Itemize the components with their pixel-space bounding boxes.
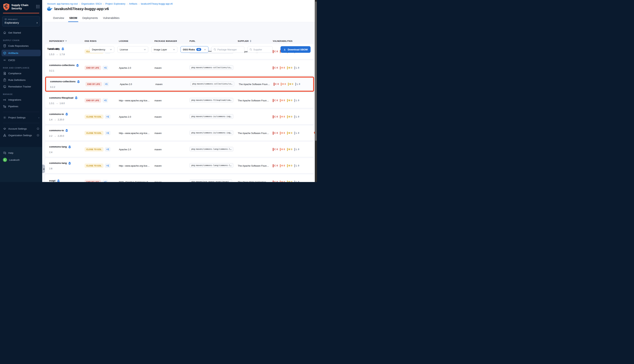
column-header-supplier[interactable]: SUPPLIER <box>238 40 273 42</box>
purl-value[interactable]: pkg:maven/org.owasp.esapi/esapi… <box>189 180 232 182</box>
oss-risks-cell: END OF LIFE +1 <box>86 82 120 86</box>
box-tool-icon <box>3 85 6 88</box>
purl-value[interactable]: pkg:maven/commons-collections/co… <box>189 65 233 70</box>
purl-value[interactable]: pkg:maven/commons-io/commons-io@… <box>189 114 233 119</box>
table-row[interactable]: commons-collections 3.2.1 → END OF LIFE … <box>45 60 314 75</box>
oss-risk-more-chip[interactable]: +1 <box>103 98 108 103</box>
image-layer-filter-dropdown[interactable]: Image Layer <box>151 46 177 53</box>
sidebar-item-cicd[interactable]: ∞ CI/CD <box>0 57 42 64</box>
table-row[interactable]: commons-collections 3.2.2 → END OF LIFE … <box>45 76 314 92</box>
column-header-vulnerabilities[interactable]: VULNERABILITIES <box>273 40 310 42</box>
breadcrumb-artifact-name[interactable]: lavakush07/easy-buggy-app:v6 <box>141 2 173 5</box>
module-grid-icon[interactable] <box>36 5 40 8</box>
table-row[interactable]: commons-lang 2.6 → CLOSE TO EOL +1 http-… <box>45 158 314 173</box>
package-manager-search-input[interactable] <box>217 48 242 51</box>
dependency-name: commons-lang <box>49 162 67 164</box>
purl-value[interactable]: pkg:maven/commons-lang/commons-l… <box>189 163 233 168</box>
page-scrollbar[interactable] <box>315 0 317 182</box>
project-name: Exploratory <box>5 21 38 24</box>
column-header-purl[interactable]: PURL <box>189 40 238 42</box>
tab-overview[interactable]: Overview <box>53 16 64 22</box>
license-filter-dropdown[interactable]: License <box>117 46 148 53</box>
breadcrumb-organization[interactable]: Organization: SSCA <box>81 2 102 5</box>
table-header: DEPENDENCY OSS RISKS LICENSE PACKAGE MAN… <box>45 40 314 42</box>
sidebar-item-integrations[interactable]: Integrations <box>0 96 42 103</box>
purl-value[interactable]: pkg:maven/commons-collections/co… <box>190 82 234 86</box>
vulnerabilities-cell: C0H0M0L0 <box>273 99 310 102</box>
purl-value[interactable]: pkg:maven/commons-io/commons-io@… <box>189 130 233 135</box>
vuln-count-c: C0 <box>273 66 278 70</box>
purl-cell: pkg:maven/commons-collections/co… <box>189 65 238 70</box>
dependency-version: 3.2.2 → <box>50 86 86 88</box>
sidebar-item-compliance[interactable]: Compliance <box>0 70 42 76</box>
sidebar-item-help[interactable]: Help <box>0 150 42 156</box>
breadcrumb-artifacts[interactable]: Artifacts <box>129 2 137 5</box>
oss-risk-more-chip[interactable]: +1 <box>103 180 108 182</box>
download-sbom-button[interactable]: Download SBOM <box>280 46 310 53</box>
sidebar-item-remediation-tracker[interactable]: Remediation Tracker <box>0 83 42 90</box>
table-row[interactable]: commons-io 1.4 → 2.20.0 CLOSE TO EOL +1 … <box>45 109 314 124</box>
version-to: 2.20.0 <box>58 118 64 121</box>
sidebar-footer: Help L Lavakush <box>0 147 42 182</box>
column-header-oss-risks[interactable]: OSS RISKS <box>85 40 119 42</box>
logo-accent-divider <box>3 13 39 14</box>
table-row[interactable]: commons-lang 2.4 → CLOSE TO EOL +1 Apach… <box>45 142 314 157</box>
vulnerabilities-cell: C0H0M0L0 <box>273 148 310 151</box>
supplier-search-input[interactable] <box>253 48 270 51</box>
sidebar-collapse-handle[interactable]: ◀ <box>42 164 45 173</box>
tab-vulnerabilities[interactable]: Vulnerabilities <box>103 16 120 22</box>
sidebar-item-get-started[interactable]: Get Started <box>0 29 42 36</box>
column-header-dependency[interactable]: DEPENDENCY <box>49 40 85 42</box>
oss-risk-more-chip[interactable]: +1 <box>103 66 108 70</box>
license-cell: http---www.apache.org-lice… <box>119 164 154 167</box>
package-manager-cell: maven <box>154 99 189 102</box>
supply-chain-security-logo <box>3 3 10 11</box>
vuln-count-m: M0 <box>287 164 292 167</box>
column-header-package-manager[interactable]: PACKAGE MANAGER <box>154 40 189 42</box>
license-cell: Apache-2.0 <box>119 116 154 118</box>
table-row[interactable]: commons-io 2.2 → 2.20.0 CLOSE TO EOL +1 … <box>45 126 314 140</box>
oss-risks-cell: CLOSE TO EOL +1 <box>85 114 119 119</box>
vuln-count-l: L0 <box>294 148 299 151</box>
oss-risk-badge: CLOSE TO EOL <box>85 164 104 168</box>
tab-deployments[interactable]: Deployments <box>82 16 98 22</box>
table-row[interactable]: commons-fileupload 1.3.1 → 1.6.0 END OF … <box>45 93 314 108</box>
sidebar-item-code-repositories[interactable]: Code Repositories <box>0 42 42 49</box>
oss-risks-filter-dropdown[interactable]: OSS Risks 02 <box>180 46 208 53</box>
vuln-count-l: L0 <box>294 115 299 118</box>
purl-value[interactable]: pkg:maven/commons-lang/commons-l… <box>189 147 233 152</box>
table-row[interactable]: esapi → END OF LIFE +1 BSD--Creative Com… <box>45 174 314 182</box>
dependency-version: 2.6 → <box>49 167 85 170</box>
column-header-license[interactable]: LICENSE <box>119 40 154 42</box>
sidebar-item-pipelines[interactable]: Pipelines <box>0 103 42 110</box>
chevron-sep-icon: › <box>139 3 139 5</box>
purl-cell: pkg:maven/commons-io/commons-io@… <box>189 130 238 136</box>
oss-risk-more-chip[interactable]: +1 <box>105 164 110 168</box>
sidebar-item-artifacts[interactable]: Artifacts <box>2 50 41 56</box>
breadcrumb-account[interactable]: Account: app-harness-ng-cicd <box>47 2 78 5</box>
oss-risks-cell: END OF LIFE +1 <box>85 98 119 103</box>
breadcrumb-project[interactable]: Project: Exploratory <box>105 2 125 5</box>
sidebar-user[interactable]: L Lavakush <box>0 156 42 164</box>
oss-risk-more-chip[interactable]: +1 <box>105 131 110 135</box>
sidebar-item-account-settings[interactable]: Account Settings <box>0 125 42 132</box>
sidebar-item-project-settings[interactable]: Project Settings › <box>0 114 42 121</box>
project-selector[interactable]: PROJECT Exploratory › <box>2 16 40 26</box>
tab-sbom[interactable]: SBOM <box>69 16 78 22</box>
oss-risk-more-chip[interactable]: +1 <box>104 82 109 86</box>
dependency-cell: commons-collections 3.2.1 → <box>49 64 85 72</box>
dependency-filter-dropdown[interactable]: Dependency <box>90 46 114 53</box>
oss-risk-more-chip[interactable]: +1 <box>105 147 110 152</box>
cube-icon <box>5 18 7 20</box>
purl-value[interactable]: pkg:maven/commons-fileupload/com… <box>189 98 233 102</box>
version-from: 2.2 <box>49 135 52 137</box>
sidebar-item-rule-definitions[interactable]: Rule Definitions <box>0 76 42 83</box>
vulnerabilities-cell: C0H0M0L0 <box>273 132 310 135</box>
scrollbar-thumb[interactable] <box>315 2 317 141</box>
vuln-count-h: H0 <box>280 99 285 102</box>
sidebar-item-organization-settings[interactable]: Organization Settings <box>0 132 42 138</box>
package-manager-cell: maven <box>154 148 189 151</box>
oss-risks-cell: END OF LIFE +1 <box>85 66 119 70</box>
version-arrow-icon: → <box>56 53 58 56</box>
oss-risk-more-chip[interactable]: +1 <box>105 114 110 119</box>
